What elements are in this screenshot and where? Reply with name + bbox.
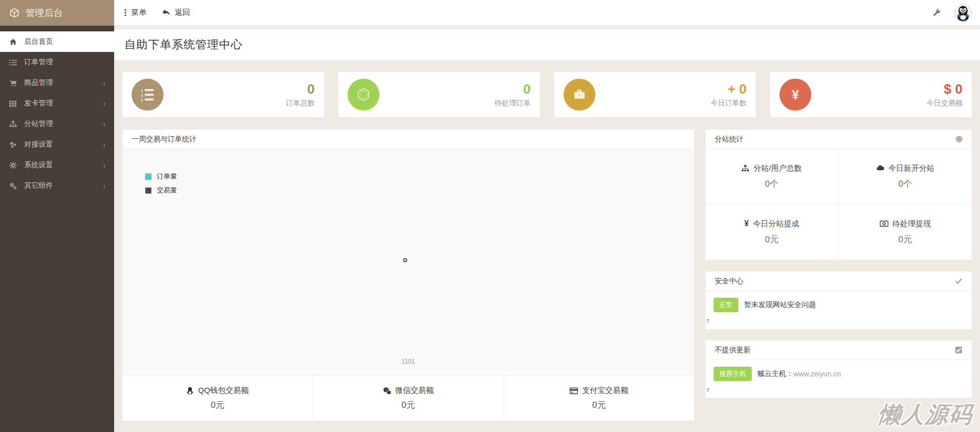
legend-label: 订单量 xyxy=(157,172,177,181)
payment-stat-alipay: 支付宝交易额 0元 xyxy=(504,376,694,421)
sidebar-item-label: 订单管理 xyxy=(24,58,53,67)
sidebar-item-label: 发卡管理 xyxy=(24,99,53,108)
payment-value: 0元 xyxy=(592,399,606,411)
reply-arrow-icon xyxy=(162,9,170,16)
sidebar-item-label: 商品管理 xyxy=(24,78,53,87)
sidebar-item-cards[interactable]: 发卡管理 ‹ xyxy=(0,93,114,114)
stat-value: 0 xyxy=(286,81,315,97)
substation-stats-panel: 分站统计 分站/用户总数 0个 今日新开分站 0个 ¥ xyxy=(705,130,972,260)
sidebar-item-label: 分站管理 xyxy=(24,119,53,129)
host-label: 贼云主机： xyxy=(757,369,793,379)
update-panel-header: 不提供更新 xyxy=(705,340,972,360)
substation-stat-withdrawals: 待处理提现 0元 xyxy=(839,205,972,260)
sidebar-item-integration[interactable]: 对接设置 ‹ xyxy=(0,134,114,155)
update-panel: 不提供更新 推荐主机 贼云主机： www.zeiyun.cn xyxy=(705,340,972,398)
substation-grid: 分站/用户总数 0个 今日新开分站 0个 ¥ 今日分站提成 0元 xyxy=(705,149,972,260)
wechat-icon xyxy=(383,387,391,395)
menu-label: 菜单 xyxy=(131,8,147,17)
chevron-left-icon: ‹ xyxy=(103,181,105,191)
stat-label: 今日交易额 xyxy=(927,99,963,108)
user-avatar[interactable] xyxy=(954,4,972,22)
cart-icon xyxy=(9,79,17,87)
stat-cards-row: 123 0 订单总数 0 待处理订单 + 0 今日订单数 xyxy=(122,72,972,117)
chevron-left-icon: ‹ xyxy=(103,78,105,88)
stat-card-today-amount: ¥ $ 0 今日交易额 xyxy=(770,72,972,117)
substation-stat-total: 分站/用户总数 0个 xyxy=(705,149,839,205)
sidebar-nav: 后台首页 订单管理 商品管理 ‹ 发卡管理 ‹ 分站管理 ‹ xyxy=(0,26,114,196)
payment-stats-row: QQ钱包交易额 0元 微信交易额 0元 支付宝交易额 0元 xyxy=(122,375,694,421)
page-header: 自助下单系统管理中心 xyxy=(114,29,980,60)
substation-stat-value: 0元 xyxy=(765,233,778,245)
chart-x-tick: 1101 xyxy=(122,358,694,365)
sidebar-item-label: 其它组件 xyxy=(24,181,53,190)
legend-swatch-trades xyxy=(145,187,152,194)
cube-icon xyxy=(9,8,20,18)
legend-swatch-orders xyxy=(145,173,152,180)
recommended-host-badge: 推荐主机 xyxy=(714,367,752,381)
grid-icon xyxy=(9,99,17,107)
svg-text:1: 1 xyxy=(141,88,143,93)
stat-value: + 0 xyxy=(711,81,747,97)
sidebar-item-orders[interactable]: 订单管理 xyxy=(0,52,114,73)
wrench-icon[interactable] xyxy=(933,9,941,17)
menu-toggle-button[interactable]: 菜单 xyxy=(124,8,147,17)
security-panel-body: 正常 暂未发现网站安全问题 xyxy=(705,291,972,312)
payment-stat-wechat: 微信交易额 0元 xyxy=(313,376,504,421)
substation-stat-value: 0元 xyxy=(898,233,912,245)
sitemap-icon xyxy=(9,120,17,128)
back-label: 返回 xyxy=(175,8,190,17)
sidebar: 管理后台 后台首页 订单管理 商品管理 ‹ 发卡管理 ‹ xyxy=(0,0,114,432)
yen-icon: ¥ xyxy=(779,79,811,111)
sidebar-item-products[interactable]: 商品管理 ‹ xyxy=(0,73,114,93)
circle-indicator-icon xyxy=(956,136,963,142)
admin-dashboard: 管理后台 后台首页 订单管理 商品管理 ‹ 发卡管理 ‹ xyxy=(0,0,980,432)
sidebar-item-home[interactable]: 后台首页 xyxy=(0,31,114,52)
brand-title: 管理后台 xyxy=(26,7,63,19)
mini-chart-artifact xyxy=(707,319,711,326)
gem-icon xyxy=(348,79,379,111)
security-message: 暂未发现网站安全问题 xyxy=(744,300,816,310)
payment-label: 支付宝交易额 xyxy=(582,386,628,395)
update-panel-body: 推荐主机 贼云主机： www.zeiyun.cn xyxy=(705,360,972,381)
substation-panel-header: 分站统计 xyxy=(705,130,972,149)
chart-panel-title: 一周交易与订单统计 xyxy=(132,135,196,144)
list-icon xyxy=(9,58,17,66)
check-square-icon[interactable] xyxy=(955,346,963,354)
status-badge: 正常 xyxy=(714,298,738,312)
home-icon xyxy=(9,38,17,46)
stat-label: 订单总数 xyxy=(286,99,315,108)
chevron-left-icon: ‹ xyxy=(103,98,105,109)
legend-item-orders[interactable]: 订单量 xyxy=(145,172,177,181)
svg-text:2: 2 xyxy=(141,93,143,98)
sitemap-icon xyxy=(741,165,749,172)
sidebar-item-label: 系统设置 xyxy=(24,160,53,170)
check-icon xyxy=(955,277,963,285)
substation-stat-commission: ¥ 今日分站提成 0元 xyxy=(705,205,839,260)
host-link[interactable]: www.zeiyun.cn xyxy=(793,370,841,378)
back-button[interactable]: 返回 xyxy=(162,8,190,17)
substation-panel-title: 分站统计 xyxy=(715,135,743,144)
legend-item-trades[interactable]: 交易量 xyxy=(145,186,177,195)
security-center-panel: 安全中心 正常 暂未发现网站安全问题 xyxy=(705,272,972,329)
sidebar-item-components[interactable]: 其它组件 ‹ xyxy=(0,175,114,196)
chevron-left-icon: ‹ xyxy=(103,119,105,129)
chart-area: 订单量 交易量 1101 xyxy=(122,149,694,375)
substation-stat-value: 0个 xyxy=(898,178,912,190)
brand-header[interactable]: 管理后台 xyxy=(0,0,114,26)
sidebar-item-label: 对接设置 xyxy=(24,140,53,149)
substation-stat-value: 0个 xyxy=(765,178,778,190)
chevron-left-icon: ‹ xyxy=(103,160,105,170)
sidebar-item-substations[interactable]: 分站管理 ‹ xyxy=(0,114,114,134)
payment-value: 0元 xyxy=(211,399,224,411)
creditcard-icon xyxy=(570,387,578,395)
payment-label: QQ钱包交易额 xyxy=(198,386,248,395)
navbar-right xyxy=(933,4,972,22)
chart-panel-header: 一周交易与订单统计 xyxy=(122,130,694,149)
qq-icon xyxy=(186,387,194,394)
payment-stat-qq: QQ钱包交易额 0元 xyxy=(122,376,313,421)
cloud-icon xyxy=(876,164,884,172)
sidebar-item-label: 后台首页 xyxy=(24,37,53,46)
stat-card-total-orders: 123 0 订单总数 xyxy=(122,72,324,117)
sidebar-item-settings[interactable]: 系统设置 ‹ xyxy=(0,155,114,175)
payment-value: 0元 xyxy=(402,399,415,411)
